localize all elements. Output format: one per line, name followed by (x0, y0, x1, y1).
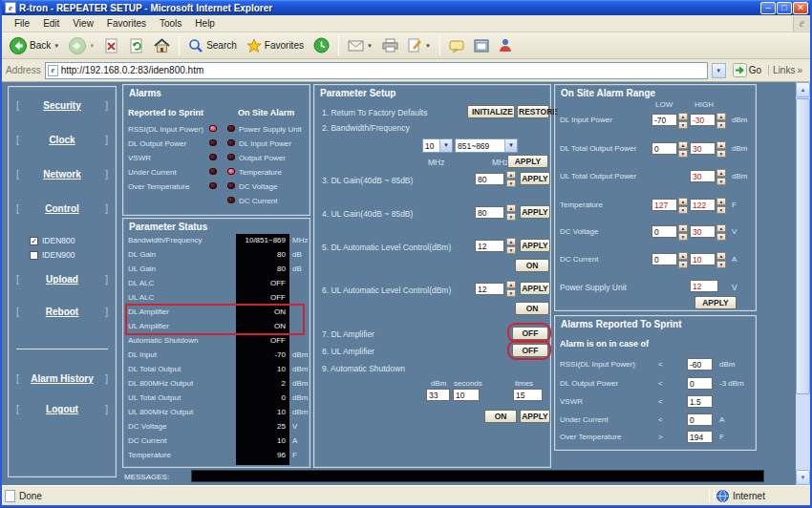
search-button[interactable]: Search (184, 36, 241, 55)
range-high-spinner[interactable]: ▲▼ (716, 224, 726, 240)
shutdown-seconds-input[interactable]: 10 (453, 389, 480, 401)
sprint-row-input[interactable]: 0 (687, 377, 713, 390)
range-low-input[interactable]: 0 (652, 253, 677, 265)
spin-up-icon[interactable]: ▲ (716, 113, 726, 120)
ul-alc-apply-button[interactable]: APPLY (520, 282, 550, 295)
spin-up-icon[interactable]: ▲ (716, 252, 726, 260)
menu-item-file[interactable]: File (8, 16, 36, 31)
range-low-spinner[interactable]: ▲▼ (678, 224, 688, 240)
print-button[interactable] (378, 36, 402, 54)
spin-up-icon[interactable]: ▲ (716, 224, 726, 232)
refresh-button[interactable] (125, 36, 148, 55)
fullscreen-button[interactable] (470, 37, 493, 54)
initialize-button[interactable]: INITIALIZE (467, 105, 515, 118)
range-high-spinner[interactable]: ▲▼ (716, 141, 726, 157)
range-high-input[interactable]: 30 (690, 170, 716, 182)
dl-alc-apply-button[interactable]: APPLY (520, 239, 550, 252)
close-button[interactable]: ✕ (793, 2, 808, 14)
bandwidth-select[interactable]: 10 ▼ (422, 138, 453, 153)
frequency-select-arrow-icon[interactable]: ▼ (504, 139, 517, 152)
range-high-input[interactable]: 122 (690, 199, 716, 211)
spin-down-icon[interactable]: ▼ (678, 206, 688, 214)
range-low-input[interactable]: 0 (652, 142, 677, 155)
spin-up-icon[interactable]: ▲ (678, 224, 688, 232)
range-high-input[interactable]: -30 (690, 114, 716, 126)
shutdown-dbm-input[interactable]: 33 (426, 389, 450, 401)
dl-alc-on-button[interactable]: ON (515, 259, 549, 272)
spin-down-icon[interactable]: ▼ (716, 121, 726, 129)
restore-button[interactable]: RESTORE (517, 105, 549, 118)
spin-down-icon[interactable]: ▼ (678, 233, 688, 241)
spin-up-icon[interactable]: ▲ (716, 141, 726, 149)
go-button[interactable]: Go (730, 63, 764, 77)
sidebar-item-reboot[interactable]: [Reboot] (16, 307, 108, 317)
range-high-spinner[interactable]: ▲▼ (716, 169, 726, 184)
range-low-spinner[interactable]: ▲▼ (678, 113, 688, 128)
psu-input[interactable]: 12 (690, 280, 718, 292)
sprint-row-input[interactable]: 1.5 (687, 395, 713, 408)
spin-up-icon[interactable]: ▲ (678, 141, 688, 149)
links-button[interactable]: Links » (768, 65, 806, 75)
history-button[interactable] (310, 35, 333, 55)
forward-button[interactable]: ▼ (65, 35, 98, 56)
sidebar-item-security[interactable]: [Security] (16, 100, 108, 111)
frequency-select[interactable]: 851~869 ▼ (455, 138, 518, 153)
menu-item-edit[interactable]: Edit (36, 16, 66, 31)
range-low-spinner[interactable]: ▲▼ (678, 198, 688, 213)
sprint-row-input[interactable]: -60 (687, 358, 713, 370)
dl-alc-input[interactable]: 12 (475, 240, 504, 252)
spin-down-icon[interactable]: ▼ (716, 261, 726, 268)
range-low-input[interactable]: 127 (652, 199, 677, 211)
scrollbar-thumb[interactable] (796, 98, 810, 394)
messenger-button[interactable] (495, 36, 516, 54)
dl-gain-spinner[interactable]: ▲▼ (506, 171, 516, 186)
range-high-spinner[interactable]: ▲▼ (716, 113, 726, 128)
spin-up-icon[interactable]: ▲ (716, 198, 726, 205)
forward-dropdown-icon[interactable]: ▼ (89, 43, 95, 49)
ul-gain-spinner[interactable]: ▲▼ (506, 204, 516, 220)
spin-down-icon[interactable]: ▼ (716, 206, 726, 214)
ul-gain-input[interactable]: 80 (475, 206, 504, 219)
range-high-spinner[interactable]: ▲▼ (716, 252, 726, 267)
ul-gain-apply-button[interactable]: APPLY (520, 205, 550, 219)
range-high-input[interactable]: 30 (690, 142, 716, 155)
range-low-input[interactable]: -70 (652, 114, 677, 126)
spin-up-icon[interactable]: ▲ (678, 113, 688, 120)
edit-button[interactable]: ▼ (404, 36, 435, 54)
shutdown-on-button[interactable]: ON (484, 410, 517, 423)
ul-alc-on-button[interactable]: ON (515, 302, 549, 315)
menu-item-view[interactable]: View (66, 16, 100, 31)
checkbox-iden900[interactable]: IDEN900 (30, 250, 75, 260)
spin-down-icon[interactable]: ▼ (678, 121, 688, 129)
dl-gain-apply-button[interactable]: APPLY (520, 172, 550, 185)
range-high-input[interactable]: 30 (690, 225, 716, 238)
spin-down-icon[interactable]: ▼ (678, 150, 688, 158)
ul-alc-spinner[interactable]: ▲▼ (506, 281, 516, 296)
range-high-spinner[interactable]: ▲▼ (716, 198, 726, 213)
favorites-button[interactable]: Favorites (243, 36, 308, 55)
range-high-input[interactable]: 10 (690, 253, 716, 265)
minimize-button[interactable]: – (760, 2, 776, 14)
ul-alc-input[interactable]: 12 (475, 283, 504, 295)
sidebar-item-clock[interactable]: [Clock] (16, 135, 108, 145)
home-button[interactable] (150, 36, 174, 55)
sidebar-item-upload[interactable]: [Upload] (16, 274, 108, 285)
sprint-row-input[interactable]: 194 (687, 431, 713, 443)
maximize-button[interactable]: □ (777, 2, 792, 14)
spin-down-icon[interactable]: ▼ (716, 150, 726, 158)
mail-dropdown-icon[interactable]: ▼ (367, 43, 373, 49)
spin-down-icon[interactable]: ▼ (678, 261, 688, 268)
back-button[interactable]: Back ▼ (6, 35, 63, 56)
dl-alc-spinner[interactable]: ▲▼ (506, 238, 516, 253)
checkbox-box-icon[interactable] (30, 251, 38, 260)
stop-button[interactable] (100, 36, 123, 55)
back-dropdown-icon[interactable]: ▼ (53, 43, 59, 49)
range-low-spinner[interactable]: ▲▼ (678, 252, 688, 267)
dl-gain-input[interactable]: 80 (475, 173, 504, 185)
bandwidth-apply-button[interactable]: APPLY (507, 155, 548, 168)
vertical-scrollbar[interactable]: ▲ ▼ (796, 82, 810, 485)
spin-down-icon[interactable]: ▼ (716, 233, 726, 241)
checkbox-iden800[interactable]: ✓IDEN800 (30, 236, 75, 245)
menu-item-help[interactable]: Help (188, 16, 222, 31)
bandwidth-select-arrow-icon[interactable]: ▼ (439, 139, 452, 152)
